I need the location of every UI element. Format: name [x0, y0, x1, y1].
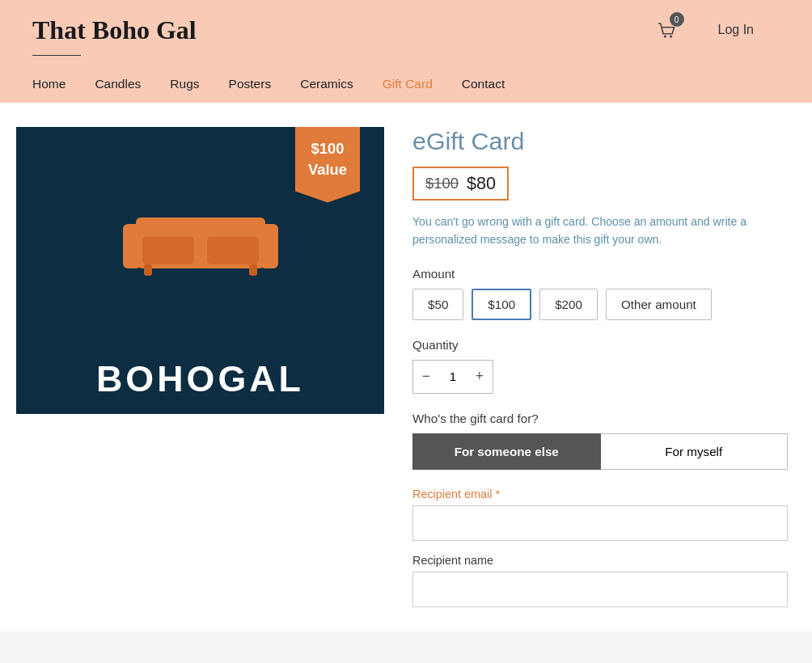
main-content: $100 Value BOHOGAL eGift Card $100 $80 Y… — [0, 103, 812, 631]
svg-rect-8 — [144, 264, 152, 276]
product-image-wrap: $100 Value BOHOGAL — [16, 127, 388, 607]
price-box: $100 $80 — [412, 167, 509, 201]
recipient-email-label: Recipient email * — [412, 488, 788, 500]
cart-badge: 0 — [670, 12, 684, 27]
price-sale: $80 — [467, 173, 496, 194]
amount-options: $50 $100 $200 Other amount — [412, 289, 788, 320]
nav: Home Candles Rugs Posters Ceramics Gift … — [32, 64, 780, 103]
required-indicator: * — [495, 488, 500, 500]
boho-text: BOHOGAL — [96, 358, 304, 399]
svg-rect-5 — [136, 217, 265, 237]
nav-item-ceramics[interactable]: Ceramics — [285, 69, 368, 103]
quantity-decrease-button[interactable]: − — [413, 361, 439, 393]
svg-point-0 — [663, 35, 666, 37]
nav-item-contact[interactable]: Contact — [447, 69, 519, 103]
nav-item-home[interactable]: Home — [32, 69, 80, 103]
product-description: You can't go wrong with a gift card. Cho… — [412, 213, 785, 249]
login-button[interactable]: Log In — [692, 15, 780, 45]
product-details: eGift Card $100 $80 You can't go wrong w… — [388, 127, 788, 607]
recipient-email-input[interactable] — [412, 505, 788, 541]
product-image: $100 Value BOHOGAL — [16, 127, 384, 414]
gift-for-label: Who's the gift card for? — [412, 412, 788, 425]
nav-item-rugs[interactable]: Rugs — [155, 69, 214, 103]
svg-rect-9 — [249, 264, 257, 276]
amount-btn-other[interactable]: Other amount — [606, 289, 712, 320]
svg-rect-7 — [260, 224, 278, 268]
site-title: That Boho Gal — [32, 15, 197, 45]
amount-btn-50[interactable]: $50 — [412, 289, 463, 320]
sofa-icon — [112, 192, 290, 281]
quantity-increase-button[interactable]: + — [467, 361, 493, 393]
header-top: That Boho Gal 0 Log In — [32, 0, 780, 55]
header: That Boho Gal 0 Log In Home Candles Rugs… — [0, 0, 812, 103]
amount-label: Amount — [412, 267, 788, 281]
quantity-label: Quantity — [412, 338, 788, 352]
svg-point-1 — [670, 35, 672, 37]
header-right: 0 Log In — [653, 15, 780, 45]
header-divider — [32, 55, 81, 56]
gift-for-myself-button[interactable]: For myself — [601, 433, 789, 470]
svg-rect-4 — [207, 236, 259, 264]
gift-for-someone-else-button[interactable]: For someone else — [412, 433, 601, 470]
recipient-name-input[interactable] — [412, 572, 788, 607]
nav-item-candles[interactable]: Candles — [80, 69, 155, 103]
gift-for-options: For someone else For myself — [412, 433, 788, 470]
svg-rect-3 — [142, 236, 194, 264]
cart-icon-wrap[interactable]: 0 — [653, 17, 679, 43]
quantity-value: 1 — [439, 370, 467, 383]
product-ribbon: $100 Value — [295, 127, 360, 203]
svg-rect-6 — [123, 224, 141, 268]
amount-btn-200[interactable]: $200 — [539, 289, 598, 320]
recipient-name-label: Recipient name — [412, 554, 788, 567]
product-title: eGift Card — [412, 127, 788, 155]
amount-btn-100[interactable]: $100 — [472, 289, 531, 320]
nav-item-giftcard[interactable]: Gift Card — [368, 69, 447, 103]
price-original: $100 — [425, 175, 459, 192]
nav-item-posters[interactable]: Posters — [214, 69, 286, 103]
quantity-stepper: − 1 + — [412, 360, 493, 394]
